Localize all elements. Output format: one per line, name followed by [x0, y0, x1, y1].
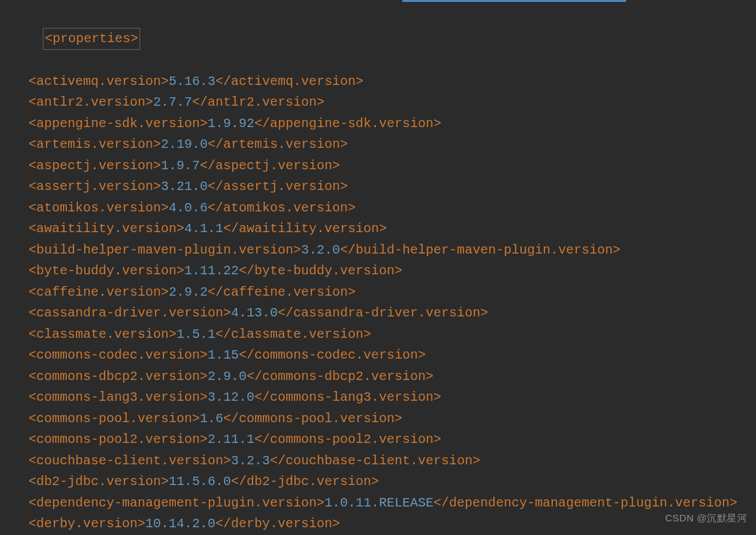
close-tag: </appengine-sdk.version> [254, 116, 441, 131]
property-line: <artemis.version>2.19.0</artemis.version… [13, 134, 756, 156]
close-tag: </aspectj.version> [200, 158, 340, 173]
active-tab-indicator [402, 0, 626, 2]
open-tag: <assertj.version> [29, 179, 161, 194]
property-line: <awaitility.version>4.1.1</awaitility.ve… [13, 219, 756, 240]
close-tag: </assertj.version> [208, 179, 348, 194]
open-tag: <dependency-management-plugin.version> [29, 495, 324, 510]
property-value: 3.12.0 [208, 390, 254, 405]
open-tag: <derby.version> [29, 516, 145, 531]
editor-top-bar [0, 0, 756, 4]
open-tag: <commons-pool2.version> [29, 432, 208, 447]
close-tag: </classmate.version> [215, 327, 371, 342]
property-line: <build-helper-maven-plugin.version>3.2.0… [13, 240, 756, 261]
open-tag: <atomikos.version> [29, 200, 169, 215]
property-value: 2.9.0 [208, 369, 247, 384]
close-tag: </artemis.version> [208, 137, 348, 152]
open-tag: <artemis.version> [29, 137, 161, 152]
property-line: <activemq.version>5.16.3</activemq.versi… [13, 71, 756, 93]
property-line: <dependency-management-plugin.version>1.… [13, 493, 756, 514]
property-line: <aspectj.version>1.9.7</aspectj.version> [13, 156, 756, 177]
open-tag: <commons-codec.version> [29, 348, 208, 363]
open-tag: <activemq.version> [29, 74, 169, 89]
code-editor[interactable]: <properties> <activemq.version>5.16.3</a… [0, 4, 756, 535]
close-tag: </cassandra-driver.version> [278, 305, 488, 320]
open-tag: <antlr2.version> [29, 95, 153, 110]
property-line: <commons-codec.version>1.15</commons-cod… [13, 345, 756, 366]
property-line: <classmate.version>1.5.1</classmate.vers… [13, 324, 756, 346]
property-line: <db2-jdbc.version>11.5.6.0</db2-jdbc.ver… [13, 471, 756, 493]
close-tag: </commons-dbcp2.version> [247, 369, 433, 384]
property-value: 4.1.1 [184, 221, 223, 236]
property-value: 1.9.92 [208, 116, 254, 131]
close-tag: </build-helper-maven-plugin.version> [340, 243, 620, 257]
property-line: <derby.version>10.14.2.0</derby.version> [13, 514, 756, 535]
property-value: 1.5.1 [177, 327, 215, 342]
property-value: 10.14.2.0 [145, 516, 215, 531]
property-value: 5.16.3 [169, 74, 215, 89]
open-tag: <aspectj.version> [29, 158, 161, 173]
properties-open-tag: <properties> [43, 28, 140, 51]
property-value: 3.2.0 [301, 243, 340, 257]
property-line: <caffeine.version>2.9.2</caffeine.versio… [13, 282, 756, 303]
property-value: 4.0.6 [169, 200, 208, 215]
close-tag: </activemq.version> [215, 74, 363, 89]
close-tag: </commons-pool2.version> [254, 432, 441, 447]
open-tag: <classmate.version> [29, 327, 177, 342]
close-tag: </commons-pool.version> [223, 411, 402, 426]
open-tag: <build-helper-maven-plugin.version> [29, 243, 301, 257]
property-value: 1.15 [208, 348, 239, 363]
close-tag: </byte-buddy.version> [239, 263, 402, 278]
property-value: 2.11.1 [208, 432, 254, 447]
open-tag: <caffeine.version> [29, 285, 169, 300]
property-value: 2.19.0 [161, 137, 208, 152]
close-tag: </db2-jdbc.version> [231, 474, 379, 489]
property-value: 3.2.3 [231, 453, 270, 468]
close-tag: </caffeine.version> [208, 285, 356, 300]
property-line: <antlr2.version>2.7.7</antlr2.version> [13, 92, 756, 113]
open-tag: <appengine-sdk.version> [29, 116, 208, 131]
property-value: 3.21.0 [161, 179, 208, 194]
property-line: <commons-pool.version>1.6</commons-pool.… [13, 409, 756, 430]
close-tag: </derby.version> [215, 516, 340, 531]
open-tag: <db2-jdbc.version> [29, 474, 169, 489]
open-tag: <commons-dbcp2.version> [29, 369, 208, 384]
close-tag: </commons-codec.version> [239, 348, 426, 363]
property-value: 2.7.7 [153, 95, 192, 110]
open-tag: <commons-pool.version> [29, 411, 200, 426]
close-tag: </commons-lang3.version> [254, 390, 441, 405]
property-value: 4.13.0 [231, 305, 278, 320]
watermark-text: CSDN @沉默星河 [665, 508, 747, 529]
close-tag: </awaitility.version> [223, 221, 387, 236]
property-value: 1.6 [200, 411, 223, 426]
property-value: 11.5.6.0 [169, 474, 231, 489]
property-value: 1.11.22 [184, 263, 239, 278]
open-tag: <commons-lang3.version> [29, 390, 208, 405]
open-tag: <awaitility.version> [29, 221, 184, 236]
close-tag: </atomikos.version> [208, 200, 356, 215]
property-line: <commons-pool2.version>2.11.1</commons-p… [13, 429, 756, 451]
close-tag: </couchbase-client.version> [270, 453, 480, 468]
open-tag: <byte-buddy.version> [29, 263, 184, 278]
close-tag: </antlr2.version> [192, 95, 324, 110]
property-line: <byte-buddy.version>1.11.22</byte-buddy.… [13, 261, 756, 282]
property-line: <cassandra-driver.version>4.13.0</cassan… [13, 303, 756, 324]
open-tag: <cassandra-driver.version> [29, 305, 231, 320]
property-value: 2.9.2 [169, 285, 208, 300]
property-value: 1.9.7 [161, 158, 200, 173]
property-line: <appengine-sdk.version>1.9.92</appengine… [13, 113, 756, 135]
property-line: <commons-lang3.version>3.12.0</commons-l… [13, 387, 756, 409]
open-tag: <couchbase-client.version> [29, 453, 231, 468]
parent-tag-line: <properties> [13, 6, 756, 71]
property-line: <commons-dbcp2.version>2.9.0</commons-db… [13, 366, 756, 388]
property-value: 1.0.11.RELEASE [324, 495, 433, 510]
property-line: <assertj.version>3.21.0</assertj.version… [13, 176, 756, 198]
property-line: <atomikos.version>4.0.6</atomikos.versio… [13, 198, 756, 219]
property-line: <couchbase-client.version>3.2.3</couchba… [13, 451, 756, 472]
